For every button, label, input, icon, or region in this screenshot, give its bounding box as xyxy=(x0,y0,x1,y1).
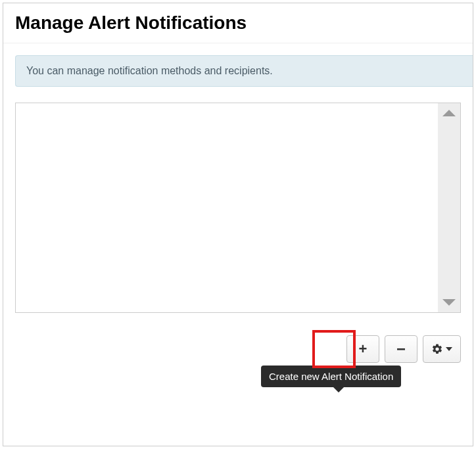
scroll-down-icon[interactable] xyxy=(442,299,456,306)
panel-body: You can manage notification methods and … xyxy=(3,43,473,375)
scroll-up-icon[interactable] xyxy=(442,110,456,116)
info-text: You can manage notification methods and … xyxy=(26,65,273,76)
tooltip-create-notification: Create new Alert Notification xyxy=(261,366,401,387)
page-title: Manage Alert Notifications xyxy=(15,12,461,34)
notification-list[interactable] xyxy=(16,103,438,312)
caret-down-icon xyxy=(446,347,452,351)
info-banner: You can manage notification methods and … xyxy=(15,55,473,87)
action-button-row: + − xyxy=(15,335,461,363)
scrollbar[interactable] xyxy=(438,103,460,312)
alert-notifications-panel: Manage Alert Notifications You can manag… xyxy=(3,3,473,446)
settings-button[interactable] xyxy=(423,335,461,363)
remove-button[interactable]: − xyxy=(385,335,417,363)
notification-list-area xyxy=(15,103,461,313)
gear-icon xyxy=(431,343,443,355)
add-button[interactable]: + xyxy=(346,335,379,363)
plus-icon: + xyxy=(359,342,368,356)
tooltip-text: Create new Alert Notification xyxy=(269,371,393,382)
minus-icon: − xyxy=(396,341,406,357)
panel-header: Manage Alert Notifications xyxy=(3,3,473,43)
